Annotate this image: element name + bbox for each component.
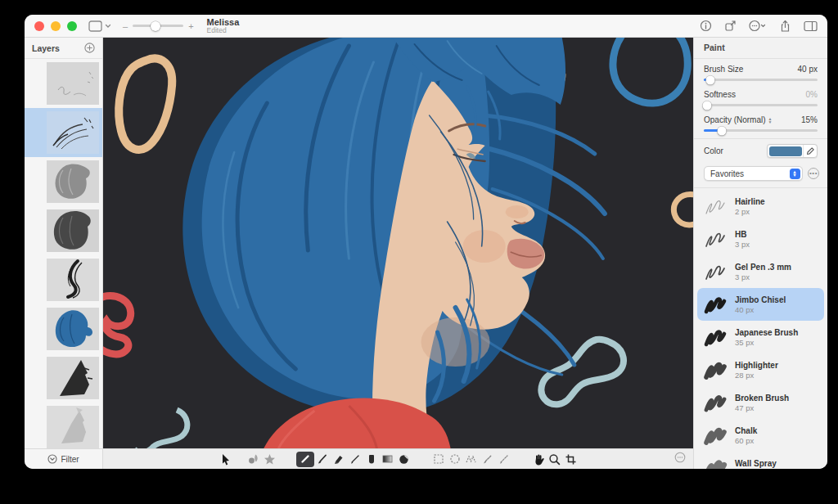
layer-row[interactable] [25,206,102,255]
crop-tool[interactable] [563,452,579,467]
document-status: Edited [207,27,240,34]
brush-row[interactable]: Japanese Brush 35 px [697,321,824,353]
smudge-tool[interactable] [396,452,412,467]
blend-mode-stepper[interactable]: ▲▼ [768,117,773,124]
slider-value: 0% [806,90,818,99]
filter-button[interactable]: Filter [25,448,102,469]
sidebar-toggle-icon [804,20,818,32]
layer-row[interactable] [25,304,102,353]
slider-track[interactable] [704,104,818,106]
marker-tool[interactable] [331,452,347,467]
slider-thumb[interactable] [703,101,712,110]
titlebar-actions [700,20,818,33]
canvas-preview-icon [88,20,102,32]
brush-row[interactable]: Hairline 2 px [697,190,824,223]
effects-tool[interactable] [262,452,278,467]
brush-row[interactable]: Wall Spray 200 px [697,452,824,469]
new-window-button[interactable] [724,20,737,32]
brush-size: 2 px [735,207,765,216]
zoom-tool[interactable] [547,452,563,467]
pen-tool[interactable] [347,452,363,467]
brush-row[interactable]: Gel Pen .3 mm 3 px [697,255,824,288]
app-window: – + Melissa Edited [25,15,827,469]
zoom-out-button[interactable]: – [123,21,128,31]
slider-label: Softness [704,90,736,99]
brush-name: HB [735,230,750,239]
filter-label: Filter [61,455,79,464]
close-window-button[interactable] [34,21,44,31]
brush-tool[interactable] [314,452,331,467]
select-brush-tool[interactable] [480,452,496,467]
color-swatch[interactable] [769,146,802,156]
layer-thumbnail-faint-sketch [47,62,99,105]
select-rect-tool[interactable] [430,452,447,467]
brush-name: Gel Pen .3 mm [735,263,791,272]
select-ellipse-tool[interactable] [447,452,463,467]
zoom-slider[interactable] [133,25,183,27]
layer-thumbnail-hair-dark [47,209,99,252]
document-title-block: Melissa Edited [207,17,240,34]
brush-size: 40 px [735,305,786,314]
info-button[interactable] [700,20,712,32]
slider-block: Brush Size ▲▼ 40 px [694,62,827,88]
brush-options-button[interactable]: ••• [808,168,819,179]
brush-stroke-preview [703,457,728,469]
brush-stroke-preview [703,392,728,413]
eyedropper-button[interactable] [803,145,817,157]
layer-row[interactable] [25,255,102,304]
share-button[interactable] [779,20,791,33]
filter-icon [47,454,57,464]
toolbar-more-button[interactable] [674,452,686,466]
layer-row[interactable] [25,59,102,108]
slider-track[interactable] [704,79,818,81]
slider-value: 15% [801,115,818,124]
brush-name: Jimbo Chisel [735,295,786,304]
brush-row[interactable]: HB 3 px [697,223,824,255]
paint-inspector: Paint Brush Size ▲▼ 40 px Softness ▲▼ 0%… [693,38,827,469]
layer-row[interactable] [25,108,102,157]
zoom-slider-thumb[interactable] [151,21,160,31]
layer-row[interactable] [25,353,102,403]
brush-row[interactable]: Chalk 60 px [697,419,824,452]
layer-row[interactable] [25,403,102,448]
zoom-in-button[interactable]: + [188,21,193,31]
brush-row[interactable]: Broken Brush 47 px [697,386,824,419]
more-menu-button[interactable] [749,20,767,32]
sidebar-toggle-button[interactable] [804,20,818,32]
chevron-down-icon [105,24,111,29]
brush-row[interactable]: Highlighter 28 px [697,353,824,386]
paint-tool[interactable] [296,452,314,467]
hand-tool[interactable] [530,452,547,467]
slider-track[interactable] [704,129,818,132]
brush-name: Japanese Brush [735,328,798,337]
new-window-icon [724,20,737,32]
gradient-tool[interactable] [380,452,396,467]
brush-stroke-preview [703,228,728,250]
titlebar: – + Melissa Edited [25,15,827,38]
select-pen-tool[interactable] [496,452,512,467]
layer-row[interactable] [25,157,102,206]
select-lasso-tool[interactable] [463,452,480,467]
layer-thumbnail-ink-swirl [47,259,99,301]
layer-thumbnail-black-shape [47,357,99,399]
move-tool[interactable] [218,452,234,467]
brush-set-value: Favorites [710,169,744,178]
tools-toolbar [103,448,693,469]
layer-thumbnail-hair-gray [47,160,99,203]
blend-tool[interactable] [246,452,262,467]
brush-row[interactable]: Jimbo Chisel 40 px [697,288,824,321]
color-well[interactable] [767,144,818,158]
slider-thumb[interactable] [706,75,715,84]
brush-name: Broken Brush [735,394,789,403]
zoom-window-button[interactable] [67,21,77,31]
add-layer-button[interactable] [84,43,95,53]
eraser-tool[interactable] [363,452,380,467]
brush-set-select[interactable]: Favorites ▲▼ [704,166,803,181]
slider-thumb[interactable] [718,126,727,135]
minimize-window-button[interactable] [51,21,61,31]
brush-stroke-preview [703,196,728,217]
brush-size: 60 px [735,436,757,445]
drawing-canvas[interactable] [103,38,693,448]
select-stepper-icon: ▲▼ [790,169,800,179]
canvas-preview-menu[interactable] [88,20,111,32]
